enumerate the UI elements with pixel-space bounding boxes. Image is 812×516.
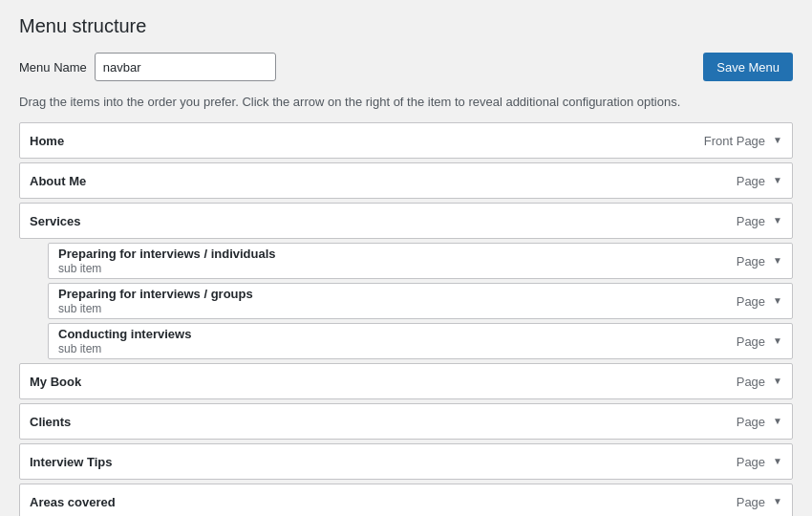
- menu-item-my-book[interactable]: My Book Page ▼: [19, 363, 793, 399]
- chevron-down-icon[interactable]: ▼: [773, 376, 782, 386]
- menu-item-clients[interactable]: Clients Page ▼: [19, 403, 793, 440]
- sub-menu-item-interviews-groups-right: Page ▼: [737, 294, 782, 309]
- menu-name-input[interactable]: [95, 53, 276, 81]
- sub-menu-item-interviews-individuals-title: Preparing for interviews / individuals: [58, 247, 276, 261]
- menu-item-interview-tips-label: Interview Tips: [30, 455, 112, 469]
- menu-item-home-type: Front Page: [704, 134, 765, 148]
- menu-name-label: Menu Name: [19, 60, 87, 75]
- sub-menu-item-interviews-groups-title: Preparing for interviews / groups: [58, 287, 253, 301]
- menu-item-services[interactable]: Services Page ▼: [19, 203, 793, 239]
- sub-menu-item-conducting-interviews-left: Conducting interviews sub item: [58, 327, 191, 355]
- menu-item-interview-tips-right: Page ▼: [737, 455, 782, 469]
- menu-item-services-label: Services: [30, 214, 81, 228]
- menu-item-clients-type: Page: [737, 415, 765, 429]
- menu-item-home-right: Front Page ▼: [704, 134, 782, 148]
- chevron-down-icon[interactable]: ▼: [773, 336, 782, 346]
- sub-menu-item-interviews-individuals-right: Page ▼: [737, 254, 782, 269]
- menu-item-about-me-type: Page: [737, 174, 765, 188]
- chevron-down-icon[interactable]: ▼: [773, 457, 782, 466]
- menu-item-areas-covered-right: Page ▼: [737, 495, 782, 509]
- menu-item-my-book-type: Page: [737, 375, 765, 389]
- menu-item-interview-tips-type: Page: [737, 455, 765, 469]
- menu-name-group: Menu Name: [19, 53, 276, 81]
- sub-menu-item-interviews-individuals[interactable]: Preparing for interviews / individuals s…: [48, 243, 793, 279]
- sub-menu-item-conducting-interviews[interactable]: Conducting interviews sub item Page ▼: [48, 323, 793, 359]
- sub-menu-item-interviews-groups-type: Page: [737, 294, 765, 309]
- menu-item-home-left: Home: [30, 134, 64, 148]
- sub-menu-item-interviews-groups-left: Preparing for interviews / groups sub it…: [58, 287, 253, 315]
- sub-item-group: Preparing for interviews / individuals s…: [48, 243, 793, 359]
- chevron-down-icon[interactable]: ▼: [773, 417, 782, 426]
- chevron-down-icon[interactable]: ▼: [773, 296, 782, 306]
- chevron-down-icon[interactable]: ▼: [773, 176, 782, 185]
- sub-menu-item-interviews-groups-tag: sub item: [58, 302, 253, 315]
- menu-item-clients-left: Clients: [30, 415, 71, 429]
- sub-menu-item-interviews-individuals-tag: sub item: [58, 262, 276, 275]
- menu-item-interview-tips-left: Interview Tips: [30, 455, 112, 469]
- chevron-down-icon[interactable]: ▼: [773, 256, 782, 266]
- sub-menu-item-conducting-interviews-right: Page ▼: [737, 334, 782, 349]
- menu-item-about-me-label: About Me: [30, 174, 86, 188]
- chevron-down-icon[interactable]: ▼: [773, 136, 782, 145]
- sub-menu-item-interviews-individuals-left: Preparing for interviews / individuals s…: [58, 247, 276, 275]
- menu-item-home-label: Home: [30, 134, 64, 148]
- menu-item-my-book-label: My Book: [30, 375, 81, 389]
- sub-menu-item-interviews-groups[interactable]: Preparing for interviews / groups sub it…: [48, 283, 793, 319]
- menu-item-clients-label: Clients: [30, 415, 71, 429]
- chevron-down-icon[interactable]: ▼: [773, 216, 782, 226]
- menu-item-services-left: Services: [30, 214, 81, 228]
- menu-item-services-type: Page: [737, 214, 765, 228]
- page-wrapper: Menu structure Menu Name Save Menu Drag …: [0, 0, 812, 516]
- menu-item-interview-tips[interactable]: Interview Tips Page ▼: [19, 443, 793, 480]
- save-menu-button[interactable]: Save Menu: [703, 53, 793, 81]
- menu-item-areas-covered-left: Areas covered: [30, 495, 116, 509]
- top-bar: Menu Name Save Menu: [19, 53, 793, 81]
- menu-item-about-me-left: About Me: [30, 174, 86, 188]
- menu-list: Home Front Page ▼ About Me Page ▼ Servic…: [19, 122, 793, 516]
- chevron-down-icon[interactable]: ▼: [773, 497, 782, 506]
- sub-menu-item-conducting-interviews-tag: sub item: [58, 342, 191, 355]
- menu-item-areas-covered[interactable]: Areas covered Page ▼: [19, 484, 793, 516]
- sub-menu-item-conducting-interviews-type: Page: [737, 334, 765, 349]
- sub-menu-item-conducting-interviews-title: Conducting interviews: [58, 327, 191, 341]
- menu-item-my-book-right: Page ▼: [737, 375, 782, 389]
- menu-item-areas-covered-label: Areas covered: [30, 495, 116, 509]
- help-text: Drag the items into the order you prefer…: [19, 95, 793, 109]
- menu-item-about-me[interactable]: About Me Page ▼: [19, 162, 793, 199]
- menu-item-home[interactable]: Home Front Page ▼: [19, 122, 793, 159]
- menu-item-areas-covered-type: Page: [737, 495, 765, 509]
- sub-menu-item-interviews-individuals-type: Page: [737, 254, 765, 269]
- menu-item-services-right: Page ▼: [737, 214, 782, 228]
- page-title: Menu structure: [19, 15, 793, 37]
- menu-item-about-me-right: Page ▼: [737, 174, 782, 188]
- menu-item-clients-right: Page ▼: [737, 415, 782, 429]
- menu-item-my-book-left: My Book: [30, 375, 81, 389]
